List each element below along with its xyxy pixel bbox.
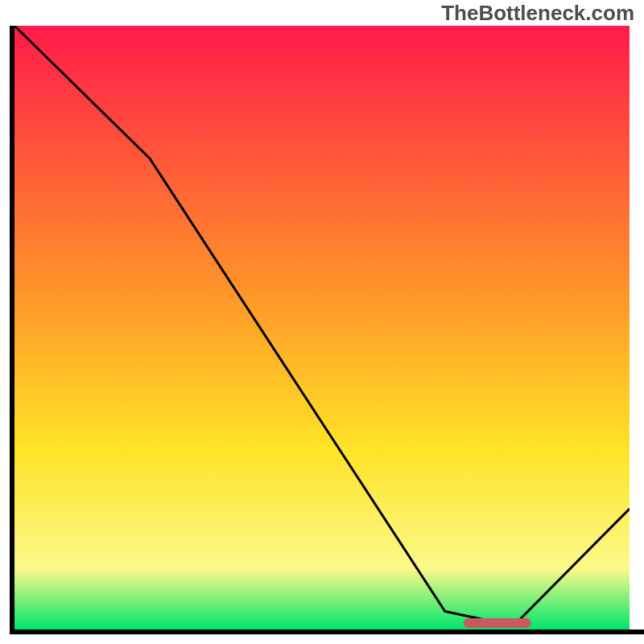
optimal-marker [464, 618, 531, 628]
bottleneck-chart: TheBottleneck.com [0, 0, 644, 644]
x-axis [14, 630, 644, 634]
y-axis [10, 26, 14, 634]
plot-area [14, 26, 630, 630]
watermark-label: TheBottleneck.com [441, 0, 634, 26]
